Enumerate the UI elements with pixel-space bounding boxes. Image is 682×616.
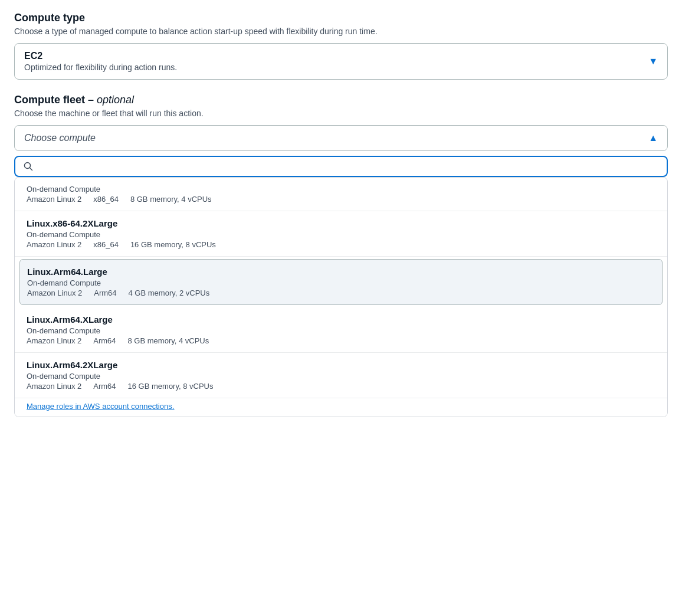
item-arch: Arm64: [93, 382, 116, 391]
compute-type-selected-description: Optimized for flexibility during action …: [24, 63, 177, 72]
item-arch: x86_64: [93, 240, 119, 249]
item-specs: 4 GB memory, 2 vCPUs: [129, 289, 210, 297]
compute-type-selected-label: EC2: [24, 51, 177, 61]
compute-fleet-subtitle: Choose the machine or fleet that will ru…: [14, 109, 668, 118]
search-input[interactable]: [39, 162, 658, 171]
list-item[interactable]: Linux.x86-64.2XLarge On-demand Compute A…: [15, 211, 667, 257]
item-specs: 8 GB memory, 4 vCPUs: [130, 195, 212, 204]
choose-compute-placeholder: Choose compute: [24, 133, 96, 143]
compute-type-dropdown[interactable]: EC2 Optimized for flexibility during act…: [14, 43, 668, 80]
list-item-selected[interactable]: Linux.Arm64.Large On-demand Compute Amaz…: [19, 259, 663, 305]
item-arch: x86_64: [93, 195, 119, 204]
item-type: On-demand Compute: [27, 278, 655, 287]
search-icon: [24, 162, 33, 171]
item-type: On-demand Compute: [27, 326, 655, 335]
item-os: Amazon Linux 2: [27, 195, 81, 204]
compute-type-section: Compute type Choose a type of managed co…: [14, 12, 668, 80]
item-details: Amazon Linux 2 Arm64 4 GB memory, 2 vCPU…: [27, 289, 655, 297]
item-specs: 16 GB memory, 8 vCPUs: [130, 240, 216, 249]
item-os: Amazon Linux 2: [27, 240, 81, 249]
compute-fleet-list: On-demand Compute Amazon Linux 2 x86_64 …: [14, 177, 668, 417]
compute-type-dropdown-content: EC2 Optimized for flexibility during act…: [24, 51, 177, 72]
item-type: On-demand Compute: [27, 185, 655, 194]
item-type: On-demand Compute: [27, 372, 655, 381]
compute-fleet-title: Compute fleet – optional: [14, 94, 668, 106]
item-type: On-demand Compute: [27, 230, 655, 239]
item-name: Linux.Arm64.2XLarge: [27, 360, 655, 370]
list-item[interactable]: On-demand Compute Amazon Linux 2 x86_64 …: [15, 178, 667, 211]
list-item[interactable]: Linux.Arm64.2XLarge On-demand Compute Am…: [15, 353, 667, 398]
compute-type-chevron-down-icon: ▼: [648, 56, 658, 67]
item-arch: Arm64: [93, 336, 116, 345]
choose-compute-dropdown[interactable]: Choose compute ▲: [14, 125, 668, 151]
item-os: Amazon Linux 2: [27, 382, 81, 391]
item-specs: 8 GB memory, 4 vCPUs: [128, 336, 209, 345]
item-details: Amazon Linux 2 Arm64 8 GB memory, 4 vCPU…: [27, 336, 655, 345]
item-name: Linux.x86-64.2XLarge: [27, 218, 655, 228]
item-name: Linux.Arm64.Large: [27, 267, 655, 277]
item-details: Amazon Linux 2 x86_64 8 GB memory, 4 vCP…: [27, 195, 655, 204]
list-item[interactable]: Linux.Arm64.XLarge On-demand Compute Ama…: [15, 307, 667, 353]
item-details: Amazon Linux 2 x86_64 16 GB memory, 8 vC…: [27, 240, 655, 249]
item-os: Amazon Linux 2: [27, 289, 82, 297]
item-arch: Arm64: [94, 289, 116, 297]
item-specs: 16 GB memory, 8 vCPUs: [128, 382, 214, 391]
svg-line-1: [30, 168, 32, 171]
item-name: Linux.Arm64.XLarge: [27, 314, 655, 325]
choose-compute-chevron-up-icon: ▲: [648, 133, 658, 143]
bottom-link[interactable]: Manage roles in AWS account connections.: [15, 398, 667, 417]
compute-type-subtitle: Choose a type of managed compute to bala…: [14, 27, 668, 36]
compute-fleet-title-optional: optional: [94, 94, 134, 106]
compute-type-title: Compute type: [14, 12, 668, 24]
item-os: Amazon Linux 2: [27, 336, 81, 345]
aws-link[interactable]: AWS account connections.: [83, 402, 174, 411]
compute-fleet-section: Compute fleet – optional Choose the mach…: [14, 94, 668, 417]
item-details: Amazon Linux 2 Arm64 16 GB memory, 8 vCP…: [27, 382, 655, 391]
search-container: [14, 156, 668, 177]
